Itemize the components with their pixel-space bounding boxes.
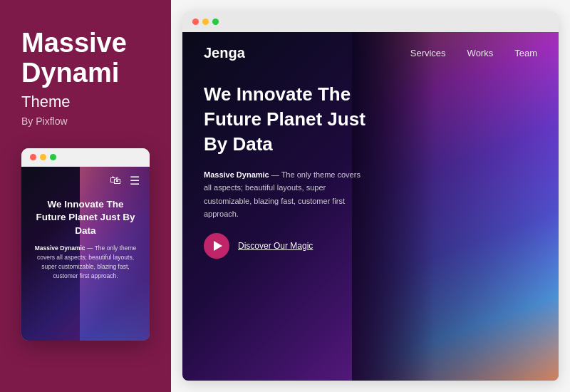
mobile-browser-bar xyxy=(21,148,150,167)
mobile-description: Massive Dynamic — The only theme covers … xyxy=(31,244,140,280)
menu-icon: ☰ xyxy=(130,174,140,187)
play-button[interactable] xyxy=(204,233,229,259)
desktop-dot-yellow xyxy=(202,19,209,25)
play-triangle-icon xyxy=(214,241,222,251)
desktop-hero-cta: Discover Our Magic xyxy=(204,233,368,259)
cart-icon: 🛍 xyxy=(110,174,121,187)
theme-title: Massive Dynami xyxy=(21,29,150,88)
desktop-dot-red xyxy=(192,19,199,25)
desktop-hero-title: We Innovate The Future Planet Just By Da… xyxy=(204,82,368,157)
mobile-nav: 🛍 ☰ xyxy=(21,167,150,195)
dot-yellow xyxy=(40,154,46,160)
desktop-hero-description: Massive Dynamic — The only theme covers … xyxy=(204,168,368,220)
mobile-content: 🛍 ☰ We Innovate The Future Planet Just B… xyxy=(21,167,150,341)
desktop-browser: Jenga Services Works Team We Innovate Th… xyxy=(182,11,559,381)
mobile-text-overlay: We Innovate The Future Planet Just By Da… xyxy=(21,195,150,288)
desktop-hero-content: We Innovate The Future Planet Just By Da… xyxy=(182,32,389,280)
mobile-description-bold: Massive Dynamic xyxy=(35,244,86,252)
mobile-preview-card: 🛍 ☰ We Innovate The Future Planet Just B… xyxy=(21,148,150,341)
desktop-description-bold: Massive Dynamic xyxy=(204,170,269,179)
right-panel: Jenga Services Works Team We Innovate Th… xyxy=(171,0,570,392)
desktop-content: Jenga Services Works Team We Innovate Th… xyxy=(182,32,559,381)
theme-author: By Pixflow xyxy=(21,115,150,127)
theme-subtitle: Theme xyxy=(21,93,150,111)
nav-link-services[interactable]: Services xyxy=(410,48,446,58)
nav-link-team[interactable]: Team xyxy=(514,48,537,58)
nav-link-works[interactable]: Works xyxy=(467,48,494,58)
theme-title-block: Massive Dynami Theme By Pixflow xyxy=(21,29,150,148)
dot-green xyxy=(50,154,56,160)
mobile-hero-title: We Innovate The Future Planet Just By Da… xyxy=(31,198,140,239)
desktop-browser-bar xyxy=(182,11,559,32)
cta-link[interactable]: Discover Our Magic xyxy=(238,241,313,251)
dot-red xyxy=(30,154,36,160)
left-panel: Massive Dynami Theme By Pixflow 🛍 ☰ We I… xyxy=(0,0,171,392)
desktop-dot-green xyxy=(212,19,219,25)
